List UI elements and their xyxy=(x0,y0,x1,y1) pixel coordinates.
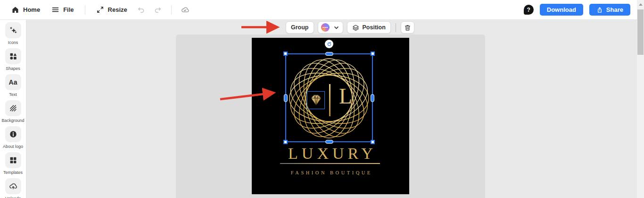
sidebar-item-icons[interactable]: Icons xyxy=(0,22,26,45)
file-button[interactable]: File xyxy=(47,3,78,17)
topbar-left: HomeFileResize xyxy=(7,3,192,17)
home-button[interactable]: Home xyxy=(7,3,45,17)
logo-underline[interactable] xyxy=(280,163,380,164)
logo-title-text[interactable]: LUXURY xyxy=(252,146,409,162)
sidebar-item-uploads-label: Uploads xyxy=(5,196,21,198)
undo-button[interactable] xyxy=(134,3,149,17)
vertical-scrollbar xyxy=(637,0,644,198)
resize-button-label: Resize xyxy=(108,6,127,13)
selection-box[interactable] xyxy=(285,53,373,142)
sidebar: IconsShapesAaTextBackgroundAbout logoTem… xyxy=(0,20,26,198)
redo-button[interactable] xyxy=(150,3,165,17)
help-button[interactable]: ? xyxy=(524,5,534,15)
sync-status-button[interactable] xyxy=(178,3,192,17)
resize-handle-right[interactable] xyxy=(371,94,374,102)
info-icon xyxy=(5,126,21,142)
sidebar-item-text-label: Text xyxy=(9,92,17,97)
cloud-check-icon xyxy=(181,6,189,14)
sidebar-item-templates[interactable]: Templates xyxy=(0,152,26,175)
toolbar-divider xyxy=(171,5,172,15)
sidebar-item-about-logo[interactable]: About logo xyxy=(0,126,26,149)
group-button[interactable]: Group xyxy=(286,21,314,34)
home-button-label: Home xyxy=(23,6,40,13)
download-button[interactable]: Download xyxy=(540,4,583,16)
sidebar-item-shapes-label: Shapes xyxy=(6,66,20,71)
logo-subtitle-text[interactable]: FASHION BOUTIQUE xyxy=(252,170,409,175)
shapes-icon xyxy=(5,48,21,64)
redo-icon xyxy=(154,6,162,14)
share-button[interactable]: Share xyxy=(589,4,630,16)
rotate-icon xyxy=(327,42,332,47)
rotate-handle[interactable] xyxy=(325,40,333,48)
undo-icon xyxy=(137,6,145,14)
group-button-label: Group xyxy=(291,24,309,31)
position-button-label: Position xyxy=(363,24,386,31)
color-swatch xyxy=(321,23,330,32)
delete-button[interactable] xyxy=(401,21,414,34)
position-button[interactable]: Position xyxy=(347,21,391,34)
file-button-label: File xyxy=(63,6,74,13)
sidebar-item-about-logo-label: About logo xyxy=(3,144,23,149)
scrollbar-up-arrow-icon[interactable] xyxy=(639,3,643,6)
home-icon xyxy=(11,6,19,14)
sidebar-item-text[interactable]: AaText xyxy=(0,74,26,97)
chevron-down-icon xyxy=(333,24,340,31)
context-toolbar-divider xyxy=(396,23,396,32)
resize-handle-top-left[interactable] xyxy=(283,52,288,56)
resize-handle-bottom-left[interactable] xyxy=(283,140,288,144)
topbar: HomeFileResize ? Download Share xyxy=(0,0,637,20)
text-icon: Aa xyxy=(5,74,21,90)
resize-handle-top[interactable] xyxy=(325,52,333,56)
sidebar-item-uploads[interactable]: Uploads xyxy=(0,178,26,198)
resize-button[interactable]: Resize xyxy=(91,3,132,17)
resize-icon xyxy=(96,6,104,14)
logo-canvas[interactable]: L LUXURY FASHION BOUTIQUE xyxy=(252,38,409,194)
resize-handle-left[interactable] xyxy=(284,94,288,102)
layers-icon xyxy=(352,24,359,31)
background-icon xyxy=(5,100,21,116)
sidebar-item-background-label: Background xyxy=(1,118,24,123)
resize-handle-bottom-right[interactable] xyxy=(371,140,375,144)
share-button-label: Share xyxy=(606,6,623,13)
sidebar-item-templates-label: Templates xyxy=(3,170,23,175)
topbar-right: ? Download Share xyxy=(524,4,630,16)
sidebar-item-shapes[interactable]: Shapes xyxy=(0,48,26,71)
toolbar-divider xyxy=(85,5,85,15)
trash-icon xyxy=(404,24,411,31)
scrollbar-thumb[interactable] xyxy=(637,9,644,55)
help-icon: ? xyxy=(527,7,530,13)
color-swatch-button[interactable] xyxy=(318,21,343,34)
sidebar-item-icons-label: Icons xyxy=(8,40,18,45)
sparkles-icon xyxy=(5,22,21,38)
upload-icon xyxy=(5,178,21,194)
context-toolbar: GroupPosition xyxy=(286,21,414,34)
sidebar-item-background[interactable]: Background xyxy=(0,100,26,123)
resize-handle-bottom[interactable] xyxy=(325,140,333,144)
templates-icon xyxy=(5,152,21,168)
resize-handle-top-right[interactable] xyxy=(371,52,375,56)
download-button-label: Download xyxy=(547,6,576,13)
share-icon xyxy=(596,7,603,13)
menu-icon xyxy=(51,6,59,14)
